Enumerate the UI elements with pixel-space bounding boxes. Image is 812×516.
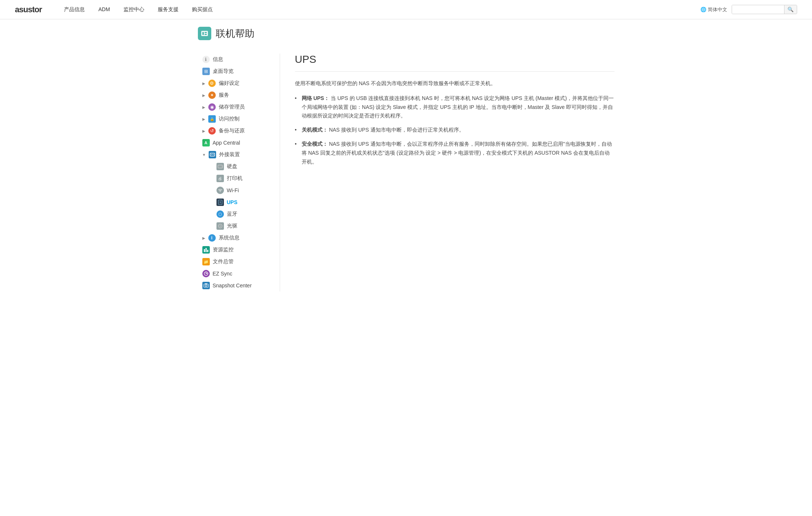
svg-rect-3 bbox=[205, 34, 207, 35]
nav-adm[interactable]: ADM bbox=[98, 6, 110, 13]
list-item: 安全模式： NAS 接收到 UPS 通知市电中断，会以正常程序停止所有服务，同时… bbox=[295, 140, 614, 166]
sidebar-label-external: 外接装置 bbox=[219, 151, 240, 158]
sidebar-item-external[interactable]: ▼ 外接装置 bbox=[198, 149, 276, 161]
content-title: UPS bbox=[295, 54, 614, 72]
ezsync-icon bbox=[202, 270, 210, 277]
harddisk-icon bbox=[216, 163, 224, 170]
main-content: UPS 使用不断电系统可保护您的 NAS 不会因为市电突然中断而导致服务中断或不… bbox=[280, 54, 614, 291]
main-layout: ℹ 信息 ⊞ 桌面导览 ▶ ⚙ 偏好设定 ▶ ✦ 服务 ▶ bbox=[198, 54, 614, 291]
prefs-icon: ⚙ bbox=[208, 80, 216, 87]
info-icon: ℹ bbox=[202, 56, 210, 63]
globe-icon: 🌐 bbox=[700, 7, 706, 12]
svg-rect-2 bbox=[205, 32, 207, 33]
svg-rect-0 bbox=[201, 31, 208, 36]
svg-rect-5 bbox=[211, 154, 212, 155]
sidebar-item-backup[interactable]: ▶ ↺ 备份与还原 bbox=[198, 125, 276, 137]
list-item-text-2: NAS 接收到 UPS 通知市电中断，会以正常程序停止所有服务，同时卸除所有储存… bbox=[302, 141, 612, 165]
list-item-label-1: 关机模式： bbox=[302, 127, 328, 133]
nav-product[interactable]: 产品信息 bbox=[64, 6, 85, 13]
sidebar-item-resmon[interactable]: 资源监控 bbox=[198, 244, 276, 256]
chevron-right-icon: ▶ bbox=[202, 81, 205, 86]
list-item: 网络 UPS： 当 UPS 的 USB 连接线直接连接到本机 NAS 时，您可将… bbox=[295, 94, 614, 120]
sidebar-item-appcentral[interactable]: A App Central bbox=[198, 137, 276, 149]
topnav: asustor 产品信息 ADM 监控中心 服务支援 购买据点 🌐 简体中文 🔍 bbox=[0, 0, 812, 19]
sidebar-label-backup: 备份与还原 bbox=[219, 128, 245, 134]
sidebar-label-bluetooth: 蓝牙 bbox=[227, 211, 237, 217]
svg-rect-13 bbox=[204, 249, 205, 252]
sidebar-item-access[interactable]: ▶ 🔒 访问控制 bbox=[198, 113, 276, 125]
list-item-text-1: NAS 接收到 UPS 通知市电中断，即会进行正常关机程序。 bbox=[329, 127, 464, 133]
sidebar-item-bluetooth[interactable]: ⬡ 蓝牙 bbox=[212, 208, 276, 220]
chevron-down-icon: ▼ bbox=[202, 153, 206, 157]
sidebar-item-prefs[interactable]: ▶ ⚙ 偏好设定 bbox=[198, 77, 276, 89]
chevron-right-icon2: ▶ bbox=[202, 93, 205, 97]
sidebar-label-appcentral: App Central bbox=[213, 140, 240, 146]
svg-rect-17 bbox=[204, 284, 208, 287]
sidebar-label-wifi: Wi-Fi bbox=[227, 187, 239, 193]
lang-selector[interactable]: 🌐 简体中文 bbox=[700, 6, 727, 13]
sidebar-item-printer[interactable]: 🖨 打印机 bbox=[212, 172, 276, 184]
wifi-icon bbox=[216, 187, 224, 194]
sidebar-label-desktop: 桌面导览 bbox=[213, 68, 234, 75]
search-button[interactable]: 🔍 bbox=[784, 5, 797, 14]
list-item: 关机模式： NAS 接收到 UPS 通知市电中断，即会进行正常关机程序。 bbox=[295, 126, 614, 135]
sidebar-label-filemanager: 文件总管 bbox=[213, 258, 234, 265]
filemanager-icon: 📁 bbox=[202, 258, 210, 265]
ups-icon bbox=[216, 199, 224, 206]
sidebar-item-snapshot[interactable]: Snapshot Center bbox=[198, 280, 276, 291]
sidebar-label-ezsync: EZ Sync bbox=[213, 271, 232, 277]
sidebar-label-access: 访问控制 bbox=[219, 116, 240, 122]
svg-point-12 bbox=[219, 226, 221, 227]
search-wrap: 🔍 bbox=[732, 5, 797, 14]
sidebar-item-harddisk[interactable]: 硬盘 bbox=[212, 161, 276, 172]
nav-purchase[interactable]: 购买据点 bbox=[192, 6, 213, 13]
sidebar-item-ezsync[interactable]: EZ Sync bbox=[198, 268, 276, 280]
svg-rect-15 bbox=[207, 250, 208, 252]
sidebar-label-harddisk: 硬盘 bbox=[227, 163, 237, 170]
logo[interactable]: asustor bbox=[15, 5, 42, 14]
page-title: 联机帮助 bbox=[216, 27, 254, 40]
nav-right: 🌐 简体中文 🔍 bbox=[700, 5, 797, 14]
search-input[interactable] bbox=[732, 5, 784, 14]
sidebar-item-filemanager[interactable]: 📁 文件总管 bbox=[198, 256, 276, 268]
chevron-right-icon6: ▶ bbox=[202, 236, 205, 240]
sidebar-item-storage[interactable]: ▶ ◉ 储存管理员 bbox=[198, 101, 276, 113]
content-intro: 使用不断电系统可保护您的 NAS 不会因为市电突然中断而导致服务中断或不正常关机… bbox=[295, 79, 614, 88]
sidebar-item-info[interactable]: ℹ 信息 bbox=[198, 54, 276, 65]
nav-support[interactable]: 服务支援 bbox=[158, 6, 179, 13]
svg-point-18 bbox=[205, 285, 207, 287]
nav-monitor[interactable]: 监控中心 bbox=[123, 6, 144, 13]
sidebar-label-optical: 光驱 bbox=[227, 223, 237, 229]
sidebar-item-ups[interactable]: UPS bbox=[212, 196, 276, 208]
storage-icon: ◉ bbox=[208, 103, 216, 111]
sidebar-item-services[interactable]: ▶ ✦ 服务 bbox=[198, 89, 276, 101]
sidebar-label-ups: UPS bbox=[227, 199, 238, 205]
bluetooth-icon: ⬡ bbox=[216, 210, 224, 218]
svg-point-8 bbox=[221, 166, 222, 167]
svg-rect-14 bbox=[205, 248, 206, 252]
nav-links: 产品信息 ADM 监控中心 服务支援 购买据点 bbox=[64, 6, 700, 13]
page-header: 联机帮助 bbox=[198, 27, 614, 45]
sidebar-item-wifi[interactable]: Wi-Fi bbox=[212, 184, 276, 196]
desktop-icon: ⊞ bbox=[202, 68, 210, 75]
sidebar-label-storage: 储存管理员 bbox=[219, 104, 245, 110]
page-header-icon bbox=[198, 27, 211, 40]
chevron-right-icon3: ▶ bbox=[202, 105, 205, 109]
sidebar-label-snapshot: Snapshot Center bbox=[213, 283, 252, 288]
sidebar-label-resmon: 资源监控 bbox=[213, 246, 234, 253]
snapshot-icon bbox=[202, 282, 210, 289]
sidebar-item-optical[interactable]: 光驱 bbox=[212, 220, 276, 232]
sidebar-label-prefs: 偏好设定 bbox=[219, 80, 240, 87]
resmon-icon bbox=[202, 246, 210, 254]
backup-icon: ↺ bbox=[208, 127, 216, 135]
svg-rect-1 bbox=[202, 32, 204, 35]
external-icon bbox=[209, 151, 216, 158]
list-item-text-0: 当 UPS 的 USB 连接线直接连接到本机 NAS 时，您可将本机 NAS 设… bbox=[302, 95, 614, 119]
sidebar-item-sysinfo[interactable]: ▶ i 系统信息 bbox=[198, 232, 276, 244]
page-wrap: 联机帮助 ℹ 信息 ⊞ 桌面导览 ▶ ⚙ 偏好设定 ▶ ✦ bbox=[183, 19, 629, 306]
lang-label: 简体中文 bbox=[708, 6, 727, 13]
svg-rect-6 bbox=[213, 154, 214, 155]
chevron-right-icon5: ▶ bbox=[202, 129, 205, 133]
svg-rect-4 bbox=[210, 153, 215, 156]
sidebar-item-desktop[interactable]: ⊞ 桌面导览 bbox=[198, 65, 276, 77]
